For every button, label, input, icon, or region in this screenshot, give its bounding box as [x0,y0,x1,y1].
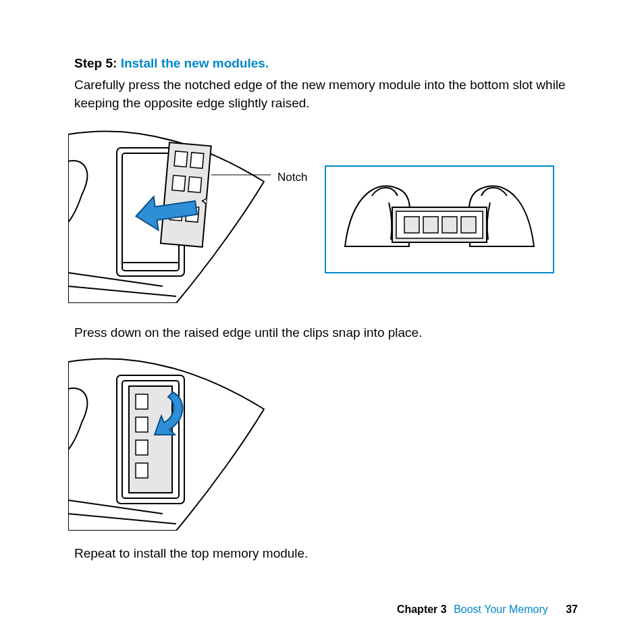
svg-rect-23 [136,440,148,455]
callout-notch-label: Notch [277,169,307,186]
svg-rect-22 [136,417,148,432]
footer-chapter: Chapter 3 [397,603,447,615]
svg-rect-24 [136,463,148,478]
step-title: Install the new modules. [121,56,269,70]
paragraph-2: Press down on the raised edge until the … [74,323,578,342]
svg-rect-4 [174,151,188,166]
figure-row-1: Notch [68,128,578,303]
paragraph-1: Carefully press the notched edge of the … [74,76,578,113]
page-content: Step 5: Install the new modules. Careful… [0,0,644,563]
page-footer: Chapter 3 Boost Your Memory 37 [397,601,578,617]
figure-press-down [68,355,271,531]
step-heading: Step 5: Install the new modules. [74,54,578,73]
svg-rect-15 [423,217,438,233]
svg-rect-14 [404,217,419,233]
svg-rect-16 [442,217,457,233]
svg-rect-5 [190,153,204,168]
figure-hold-module [325,165,554,273]
svg-rect-17 [461,217,476,233]
footer-page-number: 37 [566,603,578,615]
figure-insert-module: Notch [68,128,271,303]
svg-rect-7 [188,176,202,192]
paragraph-3: Repeat to install the top memory module. [74,544,578,563]
svg-rect-21 [136,394,148,409]
svg-rect-6 [172,175,186,190]
step-label: Step 5: [74,56,121,70]
footer-chapter-title: Boost Your Memory [454,603,548,615]
